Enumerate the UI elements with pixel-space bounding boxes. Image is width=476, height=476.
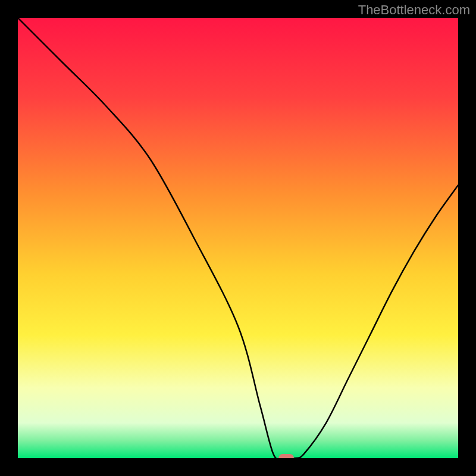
bottleneck-marker [278, 454, 294, 458]
watermark-text: TheBottleneck.com [358, 2, 470, 18]
bottleneck-curve [18, 18, 458, 458]
plot-area [18, 18, 458, 458]
chart-container: TheBottleneck.com [0, 0, 476, 476]
